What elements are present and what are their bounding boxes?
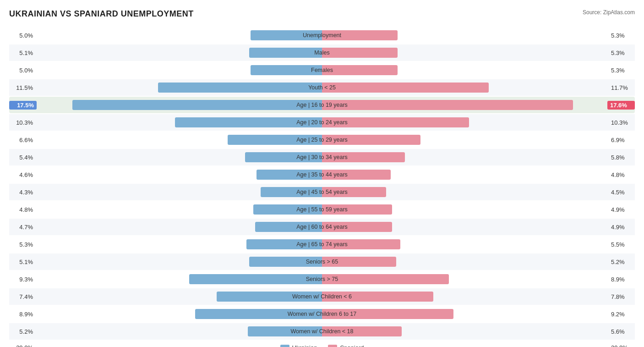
right-value-women_children_6to17: 9.2%	[607, 311, 635, 318]
right-value-age30to34: 5.8%	[607, 154, 635, 161]
chart-row-age60to64: 4.7%Age | 60 to 64 years4.9%	[9, 219, 635, 235]
left-value-seniors65: 5.1%	[9, 259, 37, 265]
bar-ukrainian-age45to54	[261, 187, 322, 197]
bar-spaniard-males	[322, 48, 398, 58]
bar-spaniard-seniors65	[322, 257, 396, 267]
bar-spaniard-age35to44	[322, 170, 391, 180]
bars-area-youth25: Youth < 25	[37, 79, 607, 96]
bars-area-age30to34: Age | 30 to 34 years	[37, 149, 607, 165]
chart-title: UKRAINIAN VS SPANIARD UNEMPLOYMENT	[9, 9, 194, 19]
bar-ukrainian-seniors65	[249, 257, 322, 267]
left-value-age20to24: 10.3%	[9, 119, 37, 126]
bar-spaniard-youth25	[322, 83, 489, 93]
bars-area-seniors75: Seniors > 75	[37, 271, 607, 287]
chart-row-females: 5.0%Females5.3%	[9, 62, 635, 78]
bars-area-age65to74: Age | 65 to 74 years	[37, 236, 607, 253]
left-value-age25to29: 6.6%	[9, 137, 37, 143]
bars-area-age45to54: Age | 45 to 54 years	[37, 184, 607, 200]
chart-row-age65to74: 5.3%Age | 65 to 74 years5.5%	[9, 236, 635, 253]
left-value-unemployment: 5.0%	[9, 32, 37, 39]
bar-ukrainian-women_children_6to17	[195, 309, 322, 319]
right-value-youth25: 11.7%	[607, 84, 635, 91]
bars-area-males: Males	[37, 44, 607, 61]
chart-row-age30to34: 5.4%Age | 30 to 34 years5.8%	[9, 149, 635, 165]
left-value-age55to59: 4.8%	[9, 206, 37, 213]
right-value-males: 5.3%	[607, 50, 635, 56]
chart-row-age35to44: 4.6%Age | 35 to 44 years4.8%	[9, 166, 635, 183]
right-value-females: 5.3%	[607, 67, 635, 74]
right-value-seniors65: 5.2%	[607, 259, 635, 265]
right-value-age20to24: 10.3%	[607, 119, 635, 126]
bar-spaniard-women_children_lt18	[322, 326, 402, 336]
bars-area-age16to19: Age | 16 to 19 years	[37, 97, 607, 113]
chart-row-age45to54: 4.3%Age | 45 to 54 years4.5%	[9, 184, 635, 200]
legend-spaniard-box	[328, 345, 337, 347]
bar-spaniard-age45to54	[322, 187, 386, 197]
bar-spaniard-age65to74	[322, 239, 400, 249]
right-value-age16to19: 17.6%	[607, 101, 635, 110]
bar-ukrainian-women_children_lt6	[217, 292, 322, 302]
left-value-youth25: 11.5%	[9, 84, 37, 91]
right-value-age25to29: 6.9%	[607, 137, 635, 143]
bars-area-women_children_lt6: Women w/ Children < 6	[37, 288, 607, 305]
right-value-age35to44: 4.8%	[607, 171, 635, 178]
bar-spaniard-age60to64	[322, 222, 392, 232]
left-value-age65to74: 5.3%	[9, 241, 37, 248]
right-value-unemployment: 5.3%	[607, 32, 635, 39]
right-value-age60to64: 4.9%	[607, 224, 635, 231]
chart-row-age55to59: 4.8%Age | 55 to 59 years4.9%	[9, 201, 635, 218]
chart-source: Source: ZipAtlas.com	[583, 9, 635, 16]
bars-area-females: Females	[37, 62, 607, 78]
chart-row-seniors65: 5.1%Seniors > 655.2%	[9, 253, 635, 270]
legend-ukrainian-box	[280, 345, 289, 347]
bar-ukrainian-age55to59	[253, 204, 322, 215]
bar-ukrainian-youth25	[158, 83, 322, 93]
chart-container: UKRAINIAN VS SPANIARD UNEMPLOYMENT Sourc…	[0, 0, 644, 347]
bars-area-age55to59: Age | 55 to 59 years	[37, 201, 607, 218]
bars-area-age60to64: Age | 60 to 64 years	[37, 219, 607, 235]
bar-spaniard-unemployment	[322, 30, 398, 40]
chart-row-women_children_lt6: 7.4%Women w/ Children < 67.8%	[9, 288, 635, 305]
chart-row-youth25: 11.5%Youth < 2511.7%	[9, 79, 635, 96]
bar-spaniard-women_children_lt6	[322, 292, 433, 302]
bars-area-age35to44: Age | 35 to 44 years	[37, 166, 607, 183]
bars-area-age20to24: Age | 20 to 24 years	[37, 114, 607, 131]
footer-left-value: 20.0%	[9, 344, 37, 347]
left-value-males: 5.1%	[9, 50, 37, 56]
footer-right-value: 20.0%	[607, 344, 635, 347]
left-value-women_children_6to17: 8.9%	[9, 311, 37, 318]
bars-area-women_children_lt18: Women w/ Children < 18	[37, 323, 607, 340]
left-value-age30to34: 5.4%	[9, 154, 37, 161]
bars-area-age25to29: Age | 25 to 29 years	[37, 132, 607, 148]
right-value-age65to74: 5.5%	[607, 241, 635, 248]
chart-footer: 20.0% Ukrainian Spaniard 20.0%	[9, 344, 635, 347]
bar-spaniard-females	[322, 65, 398, 75]
bar-ukrainian-age35to44	[257, 170, 322, 180]
bar-ukrainian-age20to24	[175, 117, 322, 127]
left-value-women_children_lt18: 5.2%	[9, 328, 37, 335]
bars-area-seniors65: Seniors > 65	[37, 253, 607, 270]
left-value-age35to44: 4.6%	[9, 171, 37, 178]
bar-ukrainian-age25to29	[228, 135, 322, 145]
legend-spaniard: Spaniard	[328, 344, 364, 347]
right-value-women_children_lt6: 7.8%	[607, 293, 635, 300]
bar-spaniard-age55to59	[322, 204, 392, 215]
bar-ukrainian-age16to19	[72, 100, 322, 110]
bar-ukrainian-unemployment	[251, 30, 322, 40]
chart-row-males: 5.1%Males5.3%	[9, 44, 635, 61]
chart-row-age20to24: 10.3%Age | 20 to 24 years10.3%	[9, 114, 635, 131]
chart-row-seniors75: 9.3%Seniors > 758.9%	[9, 271, 635, 287]
chart-row-unemployment: 5.0%Unemployment5.3%	[9, 27, 635, 44]
chart-header: UKRAINIAN VS SPANIARD UNEMPLOYMENT Sourc…	[9, 9, 635, 19]
right-value-age55to59: 4.9%	[607, 206, 635, 213]
right-value-seniors75: 8.9%	[607, 276, 635, 283]
bar-spaniard-seniors75	[322, 274, 449, 284]
bar-spaniard-age25to29	[322, 135, 420, 145]
chart-body: 5.0%Unemployment5.3%5.1%Males5.3%5.0%Fem…	[9, 27, 635, 340]
left-value-age16to19: 17.5%	[9, 101, 37, 110]
chart-row-women_children_6to17: 8.9%Women w/ Children 6 to 179.2%	[9, 306, 635, 322]
bar-ukrainian-females	[251, 65, 322, 75]
bar-spaniard-age20to24	[322, 117, 469, 127]
bar-spaniard-women_children_6to17	[322, 309, 453, 319]
bar-spaniard-age30to34	[322, 152, 405, 162]
